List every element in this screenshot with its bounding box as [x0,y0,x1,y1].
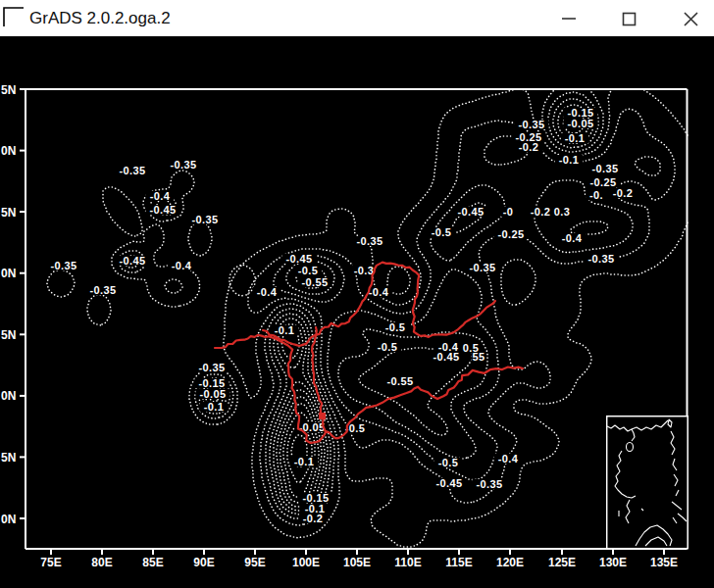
svg-text:-0.25: -0.25 [497,228,524,240]
svg-text:-0.35: -0.35 [191,214,218,225]
svg-text:55: 55 [472,351,484,363]
svg-text:-0.2: -0.2 [519,141,539,153]
svg-text:-0.2: -0.2 [531,206,551,218]
svg-text:110E: 110E [394,556,421,569]
svg-text:GrADS 2.0.2.oga.2: GrADS 2.0.2.oga.2 [29,9,171,27]
svg-text:0N: 0N [1,267,16,280]
svg-text:95E: 95E [244,556,265,569]
svg-text:-0.45: -0.45 [457,206,484,218]
svg-text:5N: 5N [1,451,16,465]
svg-text:90E: 90E [193,556,214,569]
svg-text:-0.35: -0.35 [587,253,614,265]
svg-text:-0.35: -0.35 [170,159,196,171]
svg-text:-0.: -0. [589,189,603,201]
svg-text:-0.35: -0.35 [591,163,618,174]
svg-text:5N: 5N [1,83,16,97]
svg-text:120E: 120E [496,556,524,569]
svg-text:5N: 5N [1,206,16,220]
svg-text:-0.05: -0.05 [567,118,593,129]
svg-text:-0.35: -0.35 [476,478,502,490]
svg-text:-0.35: -0.35 [89,284,116,296]
svg-text:-0.2: -0.2 [303,513,324,524]
svg-text:-0.4: -0.4 [150,190,171,202]
svg-text:-0.5: -0.5 [432,226,452,238]
svg-text:-0.5: -0.5 [378,341,398,353]
svg-text:-0.35: -0.35 [356,235,382,247]
svg-text:-0.45: -0.45 [285,253,312,265]
svg-text:-0.35: -0.35 [198,362,225,373]
svg-text:-0.5: -0.5 [438,457,459,468]
svg-text:-0.1: -0.1 [565,132,586,144]
svg-text:-0.35: -0.35 [518,119,544,130]
svg-text:-0.3: -0.3 [354,265,375,276]
svg-text:115E: 115E [445,556,472,569]
svg-text:-0.4: -0.4 [562,232,583,244]
svg-text:0N: 0N [1,144,16,158]
svg-text:85E: 85E [142,556,163,569]
svg-text:-0.45: -0.45 [149,204,176,216]
svg-text:-0.45: -0.45 [435,477,462,489]
svg-text:-0.1: -0.1 [559,154,580,166]
svg-text:-0.5: -0.5 [385,321,406,333]
svg-text:-0.1: -0.1 [275,324,295,336]
svg-text:-0.4: -0.4 [369,286,389,298]
svg-text:100E: 100E [292,556,320,569]
svg-text:125E: 125E [548,556,576,569]
svg-text:-0.4: -0.4 [257,286,278,298]
svg-text:-0.2: -0.2 [613,187,634,199]
svg-text:-0.35: -0.35 [469,262,495,273]
svg-text:-0.35: -0.35 [50,260,76,271]
svg-text:-0.5: -0.5 [298,265,319,276]
svg-text:-0.1: -0.1 [294,456,315,467]
svg-text:0N: 0N [1,513,16,526]
svg-text:130E: 130E [599,556,627,569]
svg-text:-0.55: -0.55 [386,375,413,387]
svg-text:0.3: 0.3 [554,206,571,218]
svg-text:-0.4: -0.4 [498,453,519,465]
svg-text:-0.4: -0.4 [172,260,192,271]
svg-text:-0.05: -0.05 [199,388,226,400]
svg-text:80E: 80E [91,556,112,569]
svg-text:135E: 135E [650,556,678,569]
svg-text:-0.45: -0.45 [119,255,145,267]
svg-text:0N: 0N [1,389,16,403]
svg-text:5N: 5N [1,328,16,342]
svg-text:-0.35: -0.35 [119,165,145,176]
svg-text:-0.55: -0.55 [301,276,328,288]
svg-text:-0: -0 [503,206,514,218]
svg-text:-0.1: -0.1 [204,401,225,413]
svg-text:-0.45: -0.45 [433,351,459,363]
svg-text:105E: 105E [343,556,371,569]
svg-text:75E: 75E [40,556,61,569]
